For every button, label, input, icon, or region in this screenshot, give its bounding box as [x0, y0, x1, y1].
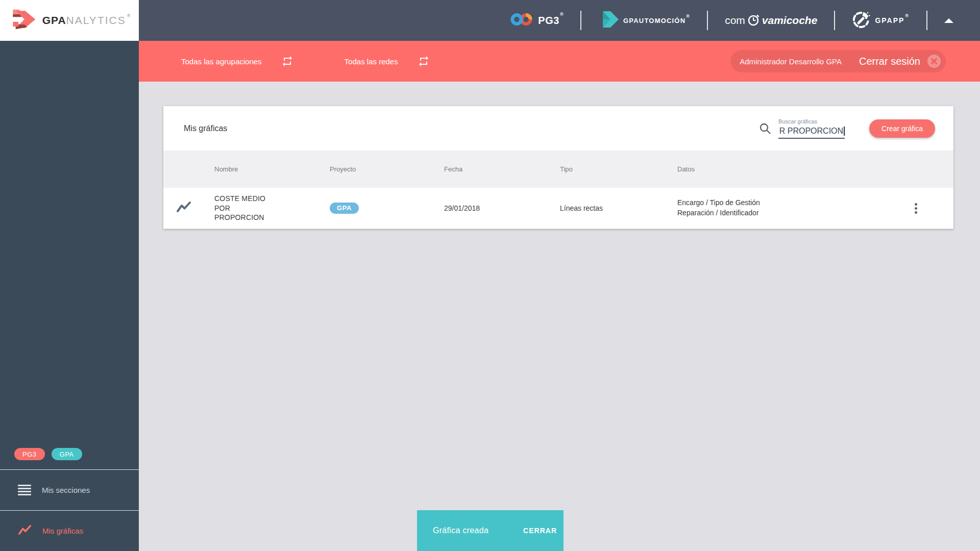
sidebar-item-label: Mis secciones: [42, 486, 90, 494]
pg3-badge[interactable]: PG3: [14, 448, 45, 460]
search-field[interactable]: Buscar gráficas R PROPORCION: [778, 118, 845, 139]
toast-close-button[interactable]: CERRAR: [523, 527, 557, 535]
redes-filter-label[interactable]: Todas las redes: [345, 57, 398, 66]
mis-graficas-card: Mis gráficas Buscar gráficas R PROPORCIO…: [163, 106, 953, 229]
swap-redes-icon[interactable]: [418, 55, 430, 67]
comvamicoche-brand: com vamicoche: [725, 13, 817, 29]
column-header-proyecto: Proyecto: [320, 151, 434, 188]
row-menu-icon[interactable]: [912, 200, 920, 217]
gpa-badge[interactable]: GPA: [52, 448, 82, 460]
pg3-label: PG3®: [538, 15, 564, 27]
column-header-tipo: Tipo: [550, 151, 667, 188]
stopwatch-icon: [747, 13, 761, 29]
gpautomocion-arrow-icon: [598, 11, 619, 30]
column-header-datos: Datos: [667, 151, 878, 188]
gpanalytics-logo: GPANALYTICS®: [0, 0, 139, 41]
sidebar-badges: PG3 GPA: [0, 439, 139, 469]
chart-name: COSTE MEDIO POR PROPORCION: [214, 194, 282, 222]
row-actions-cell: [878, 188, 953, 229]
gpautomocion-brand: GPAUTOMOCIÓN®: [598, 11, 690, 30]
filter-bar: Todas las agrupaciones Todas las redes A…: [139, 41, 980, 82]
snackbar-toast: Gráfica creada CERRAR: [417, 510, 564, 551]
partner-brand-bar: PG3® GPAUTOMOCIÓN® com: [510, 0, 953, 41]
header-divider: [580, 11, 581, 30]
gpanalytics-arrow-icon: [8, 7, 37, 34]
sidebar-item-mis-graficas[interactable]: Mis gráficas: [0, 510, 139, 551]
column-header-nombre: Nombre: [204, 151, 320, 188]
toast-message: Gráfica creada: [433, 526, 488, 535]
search-icon[interactable]: [758, 122, 772, 135]
header-divider: [707, 11, 708, 30]
project-badge: GPA: [330, 203, 359, 214]
text-cursor: [844, 127, 845, 136]
row-datos-cell: Encargo / Tipo de Gestión Reparación / I…: [667, 188, 878, 229]
create-chart-button[interactable]: Crear gráfica: [869, 119, 935, 138]
header-divider: [926, 11, 927, 30]
row-proyecto-cell: GPA: [320, 188, 434, 229]
session-pill: Administrador Desarrollo GPA Cerrar sesi…: [730, 50, 946, 72]
gpapp-label: GPAPP®: [875, 16, 910, 24]
sidebar-item-label: Mis gráficas: [42, 527, 83, 535]
sidebar: PG3 GPA Mis secciones Mis gráficas: [0, 41, 139, 551]
logo-gpa-label: GPA: [42, 14, 66, 27]
page-title: Mis gráficas: [184, 124, 227, 133]
logo-nalytics-label: NALYTICS: [66, 14, 126, 27]
column-header-icon: [163, 151, 204, 188]
column-header-fecha: Fecha: [434, 151, 550, 188]
comvamicoche-post-label: vamicoche: [762, 14, 818, 27]
logout-close-icon[interactable]: [927, 54, 941, 68]
table-row[interactable]: COSTE MEDIO POR PROPORCION GPA 29/01/201…: [163, 188, 953, 229]
logo-reg: ®: [127, 13, 131, 18]
logged-user-label: Administrador Desarrollo GPA: [740, 57, 842, 66]
sections-icon: [18, 485, 31, 495]
pg3-reg: ®: [560, 12, 564, 17]
app-header: PG3® GPAUTOMOCIÓN® com: [0, 0, 980, 41]
search-input-value: R PROPORCION: [779, 127, 843, 136]
row-fecha-cell: 29/01/2018: [434, 188, 550, 229]
pg3-infinity-icon: [510, 12, 533, 29]
gpautomocion-label: GPAUTOMOCIÓN®: [623, 17, 690, 24]
gpapp-brand: GPAPP®: [852, 10, 910, 31]
agrupaciones-filter-label[interactable]: Todas las agrupaciones: [181, 57, 262, 66]
pg3-brand: PG3®: [510, 12, 564, 29]
chart-line-icon: [18, 524, 32, 537]
card-header: Mis gráficas Buscar gráficas R PROPORCIO…: [163, 106, 953, 151]
header-divider: [834, 11, 835, 30]
table-header-row: Nombre Proyecto Fecha Tipo Datos: [163, 151, 953, 188]
search-input[interactable]: R PROPORCION: [778, 127, 845, 139]
search-field-label: Buscar gráficas: [778, 118, 845, 124]
gpautomocion-reg: ®: [686, 14, 690, 19]
logout-button[interactable]: Cerrar sesión: [859, 56, 920, 67]
collapse-header-arrow-icon[interactable]: [944, 18, 953, 23]
datos-line-1: Encargo / Tipo de Gestión: [677, 198, 878, 208]
datos-line-2: Reparación / Identificador: [677, 208, 878, 218]
column-header-actions: [878, 151, 953, 188]
row-chart-type-icon: [163, 188, 204, 229]
swap-agrupaciones-icon[interactable]: [281, 55, 293, 67]
row-nombre-cell: COSTE MEDIO POR PROPORCION: [204, 188, 320, 229]
gpapp-reg: ®: [905, 13, 910, 18]
gpapp-wrench-icon: [852, 10, 870, 31]
sidebar-bottom-nav: PG3 GPA Mis secciones Mis gráficas: [0, 439, 139, 551]
comvamicoche-pre-label: com: [725, 14, 745, 27]
charts-table: Nombre Proyecto Fecha Tipo Datos COSTE M…: [163, 151, 953, 229]
row-tipo-cell: Líneas rectas: [550, 188, 667, 229]
filter-selectors: Todas las agrupaciones Todas las redes: [139, 55, 430, 67]
sidebar-item-mis-secciones[interactable]: Mis secciones: [0, 469, 139, 510]
